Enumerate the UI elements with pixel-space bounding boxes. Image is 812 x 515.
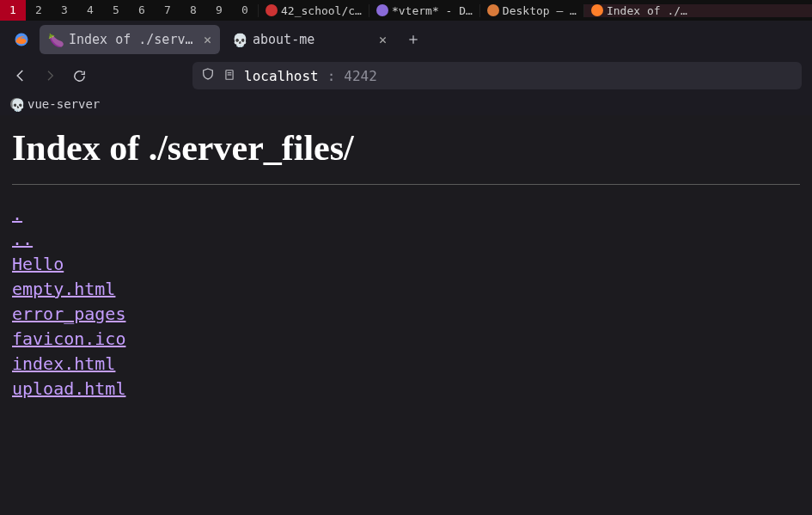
dir-link[interactable]: . [12, 202, 22, 227]
app-label: *vterm* - D… [392, 4, 473, 17]
tab-about-me[interactable]: 💀 about-me ✕ [223, 25, 395, 54]
taskbar-app-2[interactable]: *vterm* - D… [369, 4, 479, 17]
bookmark-favicon: 💀 [10, 98, 22, 110]
page-heading: Index of ./server_files/ [12, 127, 800, 169]
url-host: localhost [244, 68, 319, 84]
app-icon [266, 4, 278, 16]
workspace-6[interactable]: 6 [129, 0, 155, 21]
system-taskbar: 1 2 3 4 5 6 7 8 9 0 42_school/c… *vterm*… [0, 0, 812, 21]
tab-label: about-me [253, 32, 372, 47]
firefox-menu-button[interactable] [7, 25, 36, 54]
eggplant-icon: 🍆 [48, 33, 62, 46]
taskbar-app-4[interactable]: Index of ./… [583, 4, 812, 17]
workspace-2[interactable]: 2 [26, 0, 52, 21]
tab-label: Index of ./server_files/ [69, 32, 197, 47]
dir-link[interactable]: .. [12, 227, 33, 252]
workspace-9[interactable]: 9 [206, 0, 232, 21]
dir-link[interactable]: favicon.ico [12, 327, 125, 352]
firefox-icon [591, 4, 603, 16]
forward-button[interactable] [40, 65, 60, 86]
folder-icon [487, 4, 499, 16]
browser-tabstrip: 🍆 Index of ./server_files/ ✕ 💀 about-me … [0, 21, 812, 58]
close-icon[interactable]: ✕ [379, 32, 387, 47]
dir-link[interactable]: index.html [12, 352, 115, 377]
back-button[interactable] [10, 65, 31, 86]
dir-link[interactable]: upload.html [12, 377, 125, 402]
app-label: Index of ./… [607, 4, 687, 17]
directory-listing: . .. Hello empty.html error_pages favico… [12, 202, 800, 402]
dir-link[interactable]: error_pages [12, 302, 125, 327]
workspace-4[interactable]: 4 [77, 0, 103, 21]
close-icon[interactable]: ✕ [204, 32, 211, 47]
workspace-3[interactable]: 3 [52, 0, 77, 21]
workspace-0[interactable]: 0 [232, 0, 258, 21]
address-bar[interactable]: localhost:4242 [192, 62, 802, 89]
workspace-1[interactable]: 1 [0, 0, 26, 21]
taskbar-app-1[interactable]: 42_school/c… [258, 4, 369, 17]
bookmarks-bar: 💀 vue-server [0, 93, 812, 115]
browser-navbar: localhost:4242 [0, 58, 812, 93]
workspace-5[interactable]: 5 [103, 0, 129, 21]
app-label: 42_school/c… [281, 4, 362, 17]
doc-icon[interactable] [223, 68, 235, 84]
bookmark-item[interactable]: vue-server [27, 97, 100, 111]
page-viewport: Index of ./server_files/ . .. Hello empt… [0, 115, 812, 515]
workspace-7[interactable]: 7 [155, 0, 180, 21]
tab-index[interactable]: 🍆 Index of ./server_files/ ✕ [40, 25, 220, 54]
url-colon: : [327, 68, 336, 84]
divider [12, 184, 800, 185]
skull-icon: 💀 [232, 33, 246, 46]
dir-link[interactable]: empty.html [12, 277, 115, 302]
app-label: Desktop — … [503, 4, 577, 17]
app-icon [376, 4, 388, 16]
new-tab-button[interactable] [399, 25, 428, 54]
url-port: 4242 [344, 68, 377, 84]
shield-icon[interactable] [201, 67, 215, 84]
taskbar-app-3[interactable]: Desktop — … [479, 4, 583, 17]
dir-link[interactable]: Hello [12, 252, 64, 277]
workspace-switcher: 1 2 3 4 5 6 7 8 9 0 [0, 0, 258, 21]
workspace-8[interactable]: 8 [180, 0, 206, 21]
reload-button[interactable] [69, 65, 89, 86]
